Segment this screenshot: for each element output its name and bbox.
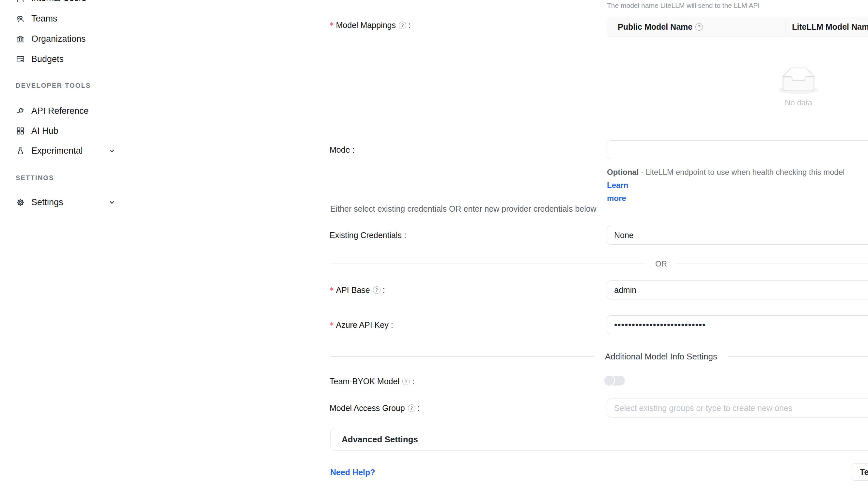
label-colon: : [404,231,406,240]
add-model-form: The model name LiteLLM will send to the … [157,0,868,485]
help-circle-icon[interactable]: ? [695,23,703,31]
divider-line [330,356,594,357]
learn-more-link[interactable]: more [607,194,626,202]
flask-icon [16,146,25,156]
model-access-group-select[interactable]: Select existing groups or type to create… [607,398,868,418]
azure-api-key-label: Azure API Key [336,320,389,330]
sidebar-item-label: API Reference [31,106,89,116]
column-title: LiteLLM Model Name [792,22,868,32]
help-circle-icon[interactable]: ? [373,286,380,294]
sidebar-item-label: Budgets [31,54,64,64]
column-header-public-model-name: Public Model Name ? [607,22,785,32]
help-circle-icon[interactable]: ? [399,22,406,29]
required-mark: * [330,285,334,295]
or-divider: OR [330,259,868,268]
learn-more-link[interactable]: Learn [607,181,628,190]
mode-label-row: Mode : [330,144,355,156]
team-byok-label-row: Team-BYOK Model ? : [330,376,414,387]
sidebar-item-budgets[interactable]: Budgets [0,49,157,69]
label-colon: : [391,320,393,330]
model-mappings-label: Model Mappings [336,21,396,30]
sidebar-item-label: Internal Users [31,0,86,3]
label-colon: : [412,377,414,386]
chevron-down-icon [108,198,116,206]
model-mappings-label-row: * Model Mappings ? : [330,19,411,31]
label-colon: : [418,403,420,413]
appstore-icon [16,126,25,136]
plug-icon [16,106,25,116]
additional-settings-divider: Additional Model Info Settings [330,352,868,361]
sidebar-item-experimental[interactable]: Experimental [0,141,157,160]
column-divider [785,21,785,33]
advanced-settings-title: Advanced Settings [331,434,418,445]
api-base-input[interactable] [607,281,868,299]
model-access-group-label-row: Model Access Group ? : [330,402,420,414]
gear-icon [16,198,25,207]
sidebar-group-settings: SETTINGS [16,174,54,182]
need-help-link[interactable]: Need Help? [330,468,375,477]
chevron-down-icon [108,147,116,155]
model-mappings-table: Public Model Name ? LiteLLM Model Name ?… [607,17,868,138]
divider-line [330,263,646,264]
label-colon: : [383,285,385,295]
user-icon [16,0,25,3]
sidebar-item-organizations[interactable]: Organizations [0,29,157,48]
mode-help-text: Optional - LiteLLM endpoint to use when … [607,166,868,205]
test-connect-button[interactable]: Test Connect [851,463,868,481]
api-base-label: API Base [336,285,370,295]
sidebar-item-label: AI Hub [31,126,58,136]
existing-credentials-label: Existing Credentials [330,231,402,240]
divider-line [676,263,868,264]
label-colon: : [352,145,355,155]
mode-label: Mode [330,145,350,155]
mode-help-body: - LiteLLM endpoint to use when health ch… [641,168,844,176]
sidebar-item-label: Organizations [31,34,86,44]
column-header-litellm-model-name: LiteLLM Model Name ? [785,22,868,32]
table-empty-state: No data [607,36,868,138]
azure-api-key-field [607,315,868,334]
model-mappings-description: The model name LiteLLM will send to the … [607,0,760,11]
bank-icon [16,34,25,44]
sidebar-item-teams[interactable]: Teams [0,9,157,28]
sidebar-item-label: Experimental [31,146,83,156]
toggle-knob [603,375,615,387]
column-title: Public Model Name [618,22,692,32]
empty-tray-icon [777,67,820,96]
sidebar-group-developer-tools: DEVELOPER TOOLS [16,82,91,89]
sidebar-item-internal-users[interactable]: Internal Users [0,0,157,8]
table-header: Public Model Name ? LiteLLM Model Name ? [607,17,868,36]
existing-credentials-select[interactable]: None [607,226,868,245]
required-mark: * [330,21,334,30]
credentials-note: Either select existing credentials OR en… [330,204,596,214]
sidebar-item-label: Settings [31,197,63,207]
required-mark: * [330,320,334,330]
model-access-group-label: Model Access Group [330,403,405,413]
existing-credentials-label-row: Existing Credentials : [330,229,406,241]
sidebar-item-label: Teams [31,14,57,24]
help-circle-icon[interactable]: ? [408,405,415,412]
mode-help-line2: more [607,192,868,205]
sidebar-item-settings[interactable]: Settings [0,192,157,212]
team-byok-toggle[interactable] [603,375,625,387]
api-base-field [607,281,868,299]
or-divider-text: OR [646,259,676,268]
divider-line [728,356,868,357]
label-colon: : [408,21,411,30]
additional-settings-divider-text: Additional Model Info Settings [594,352,728,362]
mode-help-line1: Optional - LiteLLM endpoint to use when … [607,166,868,192]
existing-credentials-value: None [607,231,634,240]
no-data-text: No data [785,98,812,107]
azure-api-key-input[interactable] [607,316,868,334]
model-access-group-placeholder: Select existing groups or type to create… [607,403,792,413]
sidebar-item-api-reference[interactable]: API Reference [0,101,157,121]
sidebar-item-ai-hub[interactable]: AI Hub [0,121,157,140]
users-icon [16,14,25,24]
api-base-label-row: * API Base ? : [330,284,385,296]
help-circle-icon[interactable]: ? [402,378,410,385]
sidebar: Internal Users Teams Organizations Budge… [0,0,157,485]
add-model-page: Internal Users Teams Organizations Budge… [0,0,868,485]
mode-help-bold: Optional [607,168,639,176]
advanced-settings-panel[interactable]: Advanced Settings [330,428,868,451]
mode-select[interactable] [607,140,868,159]
azure-api-key-label-row: * Azure API Key : [330,319,393,331]
